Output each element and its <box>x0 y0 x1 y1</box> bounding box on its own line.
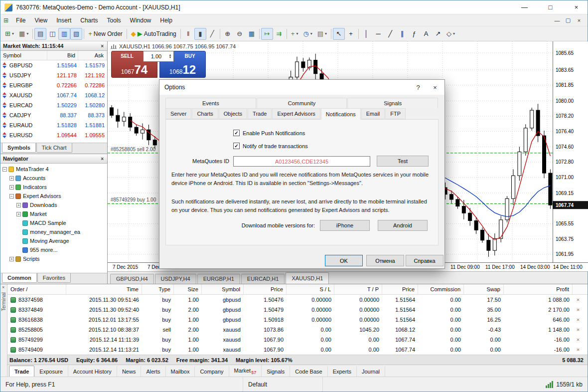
volume-spinner[interactable]: ▲ ▼ <box>168 54 172 59</box>
child-close-icon[interactable]: × <box>574 15 585 25</box>
chart-shift-button[interactable]: ⇉ <box>273 28 285 40</box>
shapes-button[interactable]: ◇▾ <box>444 28 457 40</box>
options-tab-signals[interactable]: Signals <box>347 98 438 108</box>
orders-col-11[interactable]: Profit <box>504 284 573 294</box>
menu-help[interactable]: Help <box>155 15 177 25</box>
chart-tab-xauusd-h1[interactable]: XAUUSD,H1 <box>286 272 329 284</box>
order-row-83616838[interactable]: 836168382015.12.01 13:17:55buy1.00gbpusd… <box>7 315 588 325</box>
tree-item-indicators[interactable]: +Indicators <box>0 183 107 192</box>
child-restore-icon[interactable]: ▢ <box>563 15 574 25</box>
bar-chart-mode-button[interactable]: ‖ <box>182 28 194 40</box>
zoom-in-button[interactable]: ⊕ <box>222 28 234 40</box>
terminal-tab-exposure[interactable]: Exposure <box>34 366 68 377</box>
terminal-tab-news[interactable]: News <box>117 366 142 377</box>
chart-tab-eurgbp-h1[interactable]: EURGBP,H1 <box>197 274 240 284</box>
orders-col-0[interactable]: Order / <box>7 284 66 294</box>
spinner-down-icon[interactable]: ▼ <box>169 56 172 59</box>
order-row-85258805[interactable]: 852588052015.12.10 08:38:37sell2.00xauus… <box>7 325 588 335</box>
enable-push-notifications-checkbox[interactable]: ✓ Enable Push Notifications <box>233 130 305 136</box>
terminal-tab-alerts[interactable]: Alerts <box>141 366 165 377</box>
child-minimize-icon[interactable]: — <box>552 15 563 25</box>
tree-item-scripts[interactable]: +Scripts <box>0 254 107 263</box>
dialog-title-bar[interactable]: Options ? × <box>159 80 444 95</box>
market-watch-row-usdjpy[interactable]: USDJPY121.178121.192 <box>0 70 107 80</box>
terminal-tab-trade[interactable]: Trade <box>9 366 34 378</box>
orders-col-3[interactable]: Size <box>174 284 202 294</box>
order-row-85749409[interactable]: 857494092015.12.14 11:13:21buy1.00xauusd… <box>7 345 588 355</box>
order-row-83374849[interactable]: 833748492015.11.30 09:52:40buy2.00gbpusd… <box>7 305 588 315</box>
trendline-button[interactable]: ╱ <box>384 28 396 40</box>
tree-item-accounts[interactable]: +Accounts <box>0 174 107 183</box>
orders-col-7[interactable]: T / P <box>334 284 382 294</box>
help-button[interactable]: Справка <box>406 255 443 266</box>
profiles-button[interactable]: ▦▾ <box>16 28 31 40</box>
terminal-toggle-button[interactable]: ▧ <box>70 28 82 40</box>
market-watch-col-ask[interactable]: Ask <box>78 51 107 60</box>
navigator-tab-favorites[interactable]: Favorites <box>37 273 71 283</box>
orders-col-8[interactable]: Price <box>382 284 418 294</box>
close-order-button[interactable]: × <box>573 307 584 313</box>
data-window-toggle-button[interactable]: ◫ <box>46 28 58 40</box>
notify-trade-transactions-checkbox[interactable]: ✓ Notify of trade transactions <box>233 143 308 149</box>
market-watch-row-gbpusd[interactable]: GBPUSD1.515641.51579 <box>0 60 107 70</box>
minimize-button[interactable]: — <box>513 0 536 14</box>
close-order-button[interactable]: × <box>573 327 584 333</box>
terminal-tab-experts[interactable]: Experts <box>328 366 357 377</box>
options-tab-email[interactable]: Email <box>361 108 385 119</box>
menu-tools[interactable]: Tools <box>103 15 126 25</box>
market-watch-row-eurcad[interactable]: EURCAD1.502291.50280 <box>0 100 107 110</box>
options-tab-community[interactable]: Community <box>257 98 347 108</box>
tile-windows-button[interactable]: ▦ <box>246 28 258 40</box>
cancel-button[interactable]: Отмена <box>366 255 404 266</box>
close-order-button[interactable]: × <box>573 347 584 353</box>
tree-item-macd-sample[interactable]: MACD Sample <box>0 218 107 227</box>
vertical-line-button[interactable]: │ <box>360 28 372 40</box>
periods-button[interactable]: ◷▾ <box>300 28 314 40</box>
candlestick-mode-button[interactable]: ▮ <box>194 28 206 40</box>
market-watch-tab-symbols[interactable]: Symbols <box>2 143 36 153</box>
chart-menu-icon[interactable]: ⊞ <box>3 17 8 24</box>
options-tab-events[interactable]: Events <box>165 98 256 108</box>
cursor-button[interactable]: ↖ <box>333 28 345 40</box>
tree-expander-icon[interactable]: + <box>9 257 14 261</box>
orders-col-4[interactable]: Symbol <box>202 284 244 294</box>
options-tab-notifications[interactable]: Notifications <box>321 108 361 120</box>
options-tab-objects[interactable]: Objects <box>219 108 247 119</box>
options-tab-ftp[interactable]: FTP <box>385 108 406 119</box>
chart-tab-eurcad-h1[interactable]: EURCAD,H1 <box>241 274 285 284</box>
ok-button[interactable]: OK <box>325 255 363 266</box>
tree-item-955-more-[interactable]: 955 more... <box>0 245 107 254</box>
tree-expander-icon[interactable]: + <box>16 203 21 207</box>
menu-file[interactable]: File <box>11 15 30 25</box>
dialog-help-button[interactable]: ? <box>410 80 427 95</box>
market-watch-row-eurgbp[interactable]: EURGBP0.722660.72286 <box>0 80 107 90</box>
android-button[interactable]: Android <box>378 220 428 231</box>
orders-col-2[interactable]: Type <box>142 284 174 294</box>
close-order-button[interactable]: × <box>573 337 584 343</box>
market-watch-tab-tick-chart[interactable]: Tick Chart <box>36 143 72 153</box>
maximize-button[interactable]: □ <box>539 0 562 14</box>
navigator-toggle-button[interactable]: ▥ <box>58 28 70 40</box>
market-watch-row-xauusd[interactable]: XAUUSD1067.741068.12 <box>0 90 107 100</box>
options-tab-trade[interactable]: Trade <box>248 108 272 119</box>
close-order-button[interactable]: × <box>573 317 584 323</box>
chart-tab-gbpusd-h4[interactable]: GBPUSD,H4 <box>110 274 154 284</box>
market-watch-row-cadjpy[interactable]: CADJPY88.33788.373 <box>0 110 107 120</box>
terminal-tab-account-history[interactable]: Account History <box>68 366 117 377</box>
navigator-close-icon[interactable]: × <box>100 156 105 162</box>
equidistant-channel-button[interactable]: ∥ <box>396 28 408 40</box>
crosshair-button[interactable]: + <box>345 28 357 40</box>
tree-item-market[interactable]: +Market <box>0 209 107 218</box>
orders-col-9[interactable]: Commission <box>418 284 464 294</box>
navigator-tab-common[interactable]: Common <box>2 273 37 283</box>
templates-button[interactable]: ▤▾ <box>315 28 329 40</box>
test-button[interactable]: Test <box>377 156 429 167</box>
zoom-out-button[interactable]: ⊖ <box>234 28 246 40</box>
options-tab-server[interactable]: Server <box>165 108 191 119</box>
menu-charts[interactable]: Charts <box>76 15 102 25</box>
tree-item-expert-advisors[interactable]: −Expert Advisors <box>0 192 107 200</box>
market-watch-col-symbol[interactable]: Symbol <box>0 51 47 60</box>
order-row-83374598[interactable]: 833745982015.11.30 09:51:46buy1.00gbpusd… <box>7 295 588 305</box>
dialog-close-button[interactable]: × <box>427 80 443 95</box>
market-watch-row-eurusd[interactable]: EURUSD1.095441.09555 <box>0 130 107 140</box>
